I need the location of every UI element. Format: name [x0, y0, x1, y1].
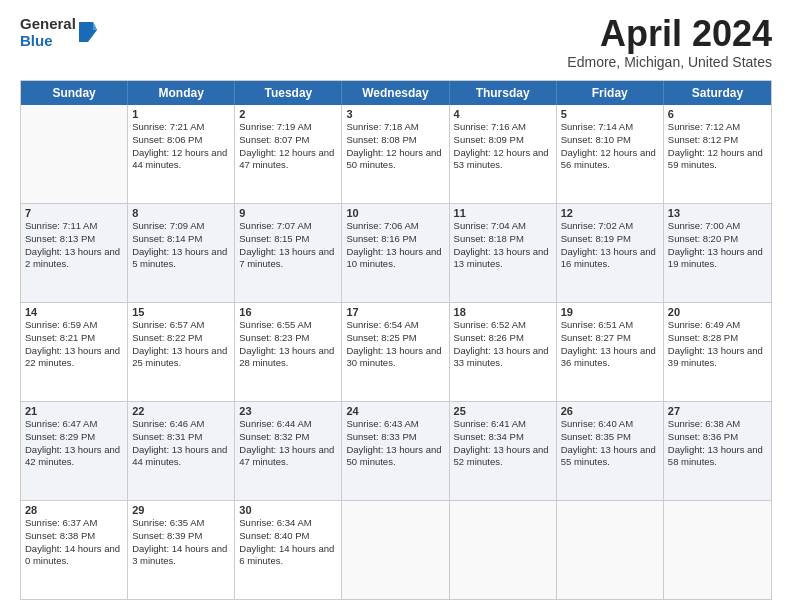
table-row — [21, 105, 128, 203]
sunrise-text: Sunrise: 7:04 AM — [454, 220, 552, 233]
day-number: 9 — [239, 207, 337, 219]
title-location: Edmore, Michigan, United States — [567, 54, 772, 70]
daylight-text: Daylight: 13 hours and 19 minutes. — [668, 246, 767, 272]
header-thursday: Thursday — [450, 81, 557, 105]
table-row: 16Sunrise: 6:55 AMSunset: 8:23 PMDayligh… — [235, 303, 342, 401]
daylight-text: Daylight: 13 hours and 47 minutes. — [239, 444, 337, 470]
daylight-text: Daylight: 13 hours and 13 minutes. — [454, 246, 552, 272]
sunrise-text: Sunrise: 6:46 AM — [132, 418, 230, 431]
table-row: 7Sunrise: 7:11 AMSunset: 8:13 PMDaylight… — [21, 204, 128, 302]
table-row: 12Sunrise: 7:02 AMSunset: 8:19 PMDayligh… — [557, 204, 664, 302]
calendar-header: Sunday Monday Tuesday Wednesday Thursday… — [21, 81, 771, 105]
table-row: 14Sunrise: 6:59 AMSunset: 8:21 PMDayligh… — [21, 303, 128, 401]
daylight-text: Daylight: 14 hours and 6 minutes. — [239, 543, 337, 569]
day-number: 3 — [346, 108, 444, 120]
table-row — [664, 501, 771, 599]
sunset-text: Sunset: 8:34 PM — [454, 431, 552, 444]
sunset-text: Sunset: 8:16 PM — [346, 233, 444, 246]
day-number: 6 — [668, 108, 767, 120]
daylight-text: Daylight: 13 hours and 30 minutes. — [346, 345, 444, 371]
header-tuesday: Tuesday — [235, 81, 342, 105]
table-row: 28Sunrise: 6:37 AMSunset: 8:38 PMDayligh… — [21, 501, 128, 599]
logo-blue: Blue — [20, 33, 76, 50]
logo-general: General — [20, 16, 76, 33]
title-month: April 2024 — [567, 16, 772, 52]
day-number: 28 — [25, 504, 123, 516]
day-number: 15 — [132, 306, 230, 318]
daylight-text: Daylight: 13 hours and 16 minutes. — [561, 246, 659, 272]
daylight-text: Daylight: 13 hours and 55 minutes. — [561, 444, 659, 470]
day-number: 2 — [239, 108, 337, 120]
sunrise-text: Sunrise: 6:49 AM — [668, 319, 767, 332]
sunset-text: Sunset: 8:22 PM — [132, 332, 230, 345]
table-row: 29Sunrise: 6:35 AMSunset: 8:39 PMDayligh… — [128, 501, 235, 599]
table-row: 2Sunrise: 7:19 AMSunset: 8:07 PMDaylight… — [235, 105, 342, 203]
day-number: 30 — [239, 504, 337, 516]
daylight-text: Daylight: 13 hours and 44 minutes. — [132, 444, 230, 470]
page: General Blue April 2024 Edmore, Michigan… — [0, 0, 792, 612]
table-row: 30Sunrise: 6:34 AMSunset: 8:40 PMDayligh… — [235, 501, 342, 599]
daylight-text: Daylight: 13 hours and 25 minutes. — [132, 345, 230, 371]
sunrise-text: Sunrise: 6:51 AM — [561, 319, 659, 332]
daylight-text: Daylight: 12 hours and 44 minutes. — [132, 147, 230, 173]
day-number: 21 — [25, 405, 123, 417]
daylight-text: Daylight: 13 hours and 36 minutes. — [561, 345, 659, 371]
sunrise-text: Sunrise: 6:40 AM — [561, 418, 659, 431]
day-number: 8 — [132, 207, 230, 219]
logo: General Blue — [20, 16, 97, 49]
header-saturday: Saturday — [664, 81, 771, 105]
week-row-4: 28Sunrise: 6:37 AMSunset: 8:38 PMDayligh… — [21, 501, 771, 599]
table-row: 1Sunrise: 7:21 AMSunset: 8:06 PMDaylight… — [128, 105, 235, 203]
sunrise-text: Sunrise: 7:07 AM — [239, 220, 337, 233]
day-number: 23 — [239, 405, 337, 417]
sunrise-text: Sunrise: 7:11 AM — [25, 220, 123, 233]
table-row: 24Sunrise: 6:43 AMSunset: 8:33 PMDayligh… — [342, 402, 449, 500]
calendar-body: 1Sunrise: 7:21 AMSunset: 8:06 PMDaylight… — [21, 105, 771, 599]
table-row: 19Sunrise: 6:51 AMSunset: 8:27 PMDayligh… — [557, 303, 664, 401]
daylight-text: Daylight: 14 hours and 3 minutes. — [132, 543, 230, 569]
table-row: 4Sunrise: 7:16 AMSunset: 8:09 PMDaylight… — [450, 105, 557, 203]
sunset-text: Sunset: 8:27 PM — [561, 332, 659, 345]
week-row-0: 1Sunrise: 7:21 AMSunset: 8:06 PMDaylight… — [21, 105, 771, 204]
sunset-text: Sunset: 8:31 PM — [132, 431, 230, 444]
sunrise-text: Sunrise: 7:00 AM — [668, 220, 767, 233]
daylight-text: Daylight: 14 hours and 0 minutes. — [25, 543, 123, 569]
sunrise-text: Sunrise: 6:38 AM — [668, 418, 767, 431]
table-row: 3Sunrise: 7:18 AMSunset: 8:08 PMDaylight… — [342, 105, 449, 203]
day-number: 26 — [561, 405, 659, 417]
sunrise-text: Sunrise: 6:55 AM — [239, 319, 337, 332]
table-row: 13Sunrise: 7:00 AMSunset: 8:20 PMDayligh… — [664, 204, 771, 302]
header-wednesday: Wednesday — [342, 81, 449, 105]
sunrise-text: Sunrise: 7:06 AM — [346, 220, 444, 233]
sunset-text: Sunset: 8:13 PM — [25, 233, 123, 246]
daylight-text: Daylight: 13 hours and 52 minutes. — [454, 444, 552, 470]
daylight-text: Daylight: 13 hours and 7 minutes. — [239, 246, 337, 272]
day-number: 27 — [668, 405, 767, 417]
week-row-3: 21Sunrise: 6:47 AMSunset: 8:29 PMDayligh… — [21, 402, 771, 501]
sunrise-text: Sunrise: 6:37 AM — [25, 517, 123, 530]
sunset-text: Sunset: 8:29 PM — [25, 431, 123, 444]
sunset-text: Sunset: 8:19 PM — [561, 233, 659, 246]
day-number: 14 — [25, 306, 123, 318]
daylight-text: Daylight: 13 hours and 28 minutes. — [239, 345, 337, 371]
table-row: 21Sunrise: 6:47 AMSunset: 8:29 PMDayligh… — [21, 402, 128, 500]
header-sunday: Sunday — [21, 81, 128, 105]
table-row: 11Sunrise: 7:04 AMSunset: 8:18 PMDayligh… — [450, 204, 557, 302]
daylight-text: Daylight: 12 hours and 47 minutes. — [239, 147, 337, 173]
table-row: 5Sunrise: 7:14 AMSunset: 8:10 PMDaylight… — [557, 105, 664, 203]
sunrise-text: Sunrise: 6:54 AM — [346, 319, 444, 332]
week-row-2: 14Sunrise: 6:59 AMSunset: 8:21 PMDayligh… — [21, 303, 771, 402]
table-row: 22Sunrise: 6:46 AMSunset: 8:31 PMDayligh… — [128, 402, 235, 500]
svg-marker-1 — [93, 22, 97, 30]
daylight-text: Daylight: 12 hours and 59 minutes. — [668, 147, 767, 173]
table-row — [450, 501, 557, 599]
daylight-text: Daylight: 13 hours and 5 minutes. — [132, 246, 230, 272]
sunrise-text: Sunrise: 6:52 AM — [454, 319, 552, 332]
sunset-text: Sunset: 8:15 PM — [239, 233, 337, 246]
sunrise-text: Sunrise: 6:43 AM — [346, 418, 444, 431]
sunset-text: Sunset: 8:12 PM — [668, 134, 767, 147]
sunset-text: Sunset: 8:10 PM — [561, 134, 659, 147]
sunrise-text: Sunrise: 7:21 AM — [132, 121, 230, 134]
sunrise-text: Sunrise: 6:44 AM — [239, 418, 337, 431]
day-number: 20 — [668, 306, 767, 318]
